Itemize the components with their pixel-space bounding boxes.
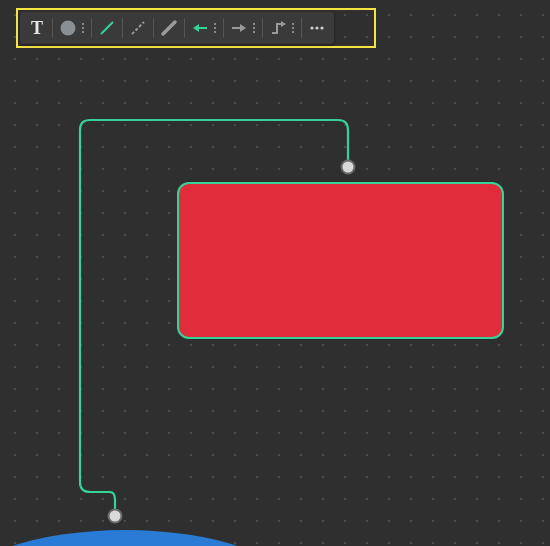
svg-point-11 xyxy=(320,26,323,29)
svg-marker-5 xyxy=(193,24,199,32)
text-tool-icon: T xyxy=(31,18,43,39)
endpoint-start[interactable] xyxy=(342,161,355,174)
arrow-left-icon xyxy=(190,18,210,38)
svg-marker-8 xyxy=(281,21,286,27)
svg-point-10 xyxy=(315,26,318,29)
separator xyxy=(122,18,123,38)
svg-line-2 xyxy=(132,22,144,34)
svg-line-1 xyxy=(101,22,113,34)
separator xyxy=(52,18,53,38)
separator xyxy=(91,18,92,38)
separator xyxy=(223,18,224,38)
line-style-dashed-button[interactable] xyxy=(125,15,151,41)
svg-point-0 xyxy=(61,21,76,36)
line-style-solid-button[interactable] xyxy=(94,15,120,41)
svg-marker-7 xyxy=(240,24,246,32)
more-options-button[interactable] xyxy=(304,15,330,41)
arrow-right-icon xyxy=(229,18,249,38)
endpoint-end[interactable] xyxy=(109,510,122,523)
arrow-end-button[interactable] xyxy=(226,15,252,41)
separator xyxy=(301,18,302,38)
svg-point-9 xyxy=(310,26,313,29)
fill-color-button[interactable] xyxy=(55,15,81,41)
line-solid-icon xyxy=(97,18,117,38)
line-thick-icon xyxy=(159,18,179,38)
line-dashed-icon xyxy=(128,18,148,38)
separator xyxy=(262,18,263,38)
svg-line-3 xyxy=(163,22,175,34)
separator xyxy=(153,18,154,38)
line-weight-button[interactable] xyxy=(156,15,182,41)
connector-icon xyxy=(268,18,288,38)
text-tool-button[interactable]: T xyxy=(24,15,50,41)
separator xyxy=(184,18,185,38)
shape-rectangle[interactable] xyxy=(177,182,504,339)
canvas-area[interactable] xyxy=(0,0,550,546)
connector-style-button[interactable] xyxy=(265,15,291,41)
arrow-start-button[interactable] xyxy=(187,15,213,41)
more-horizontal-icon xyxy=(307,18,327,38)
formatting-toolbar: T xyxy=(20,12,334,44)
fill-circle-icon xyxy=(59,19,77,37)
